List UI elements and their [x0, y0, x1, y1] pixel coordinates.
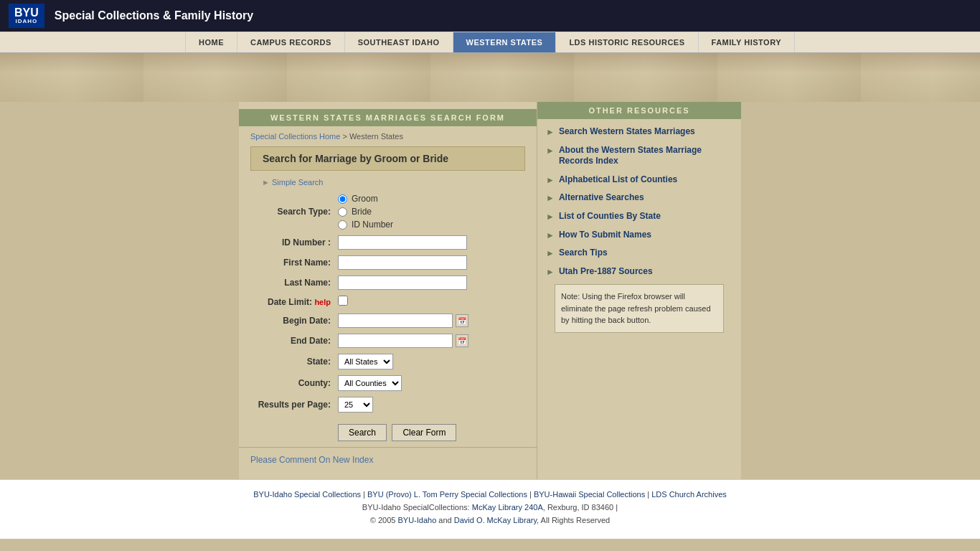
date-limit-checkbox[interactable]: [338, 296, 348, 306]
note-box: Note: Using the Firefox browser will eli…: [555, 284, 724, 333]
bride-radio[interactable]: [338, 207, 347, 217]
simple-search-link-wrap: Simple Search: [239, 178, 537, 194]
last-name-control: [338, 276, 531, 290]
begin-date-wrap: 📅: [338, 314, 531, 328]
site-header: BYU IDAHO Special Collections & Family H…: [0, 0, 980, 32]
resource-arrow-8: ►: [546, 267, 555, 277]
begin-date-label: Begin Date:: [245, 316, 338, 326]
nav-western-states[interactable]: WESTERN STATES: [453, 32, 557, 52]
resource-item-3: ► Alphabetical List of Counties: [546, 174, 732, 186]
footer-address-link[interactable]: McKay Library 240A: [472, 503, 543, 512]
county-control: All Counties: [338, 375, 531, 391]
byu-logo: BYU IDAHO: [9, 4, 44, 28]
other-resources: ► Search Western States Marriages ► Abou…: [537, 119, 741, 347]
breadcrumb-current: Western States: [349, 132, 403, 141]
state-row: State: All States: [239, 354, 537, 369]
breadcrumb: Special Collections Home > Western State…: [239, 126, 537, 146]
footer-link-byuidaho[interactable]: BYU-Idaho Special Collections: [253, 490, 361, 499]
date-limit-row: Date Limit: help: [239, 296, 537, 308]
county-select[interactable]: All Counties: [338, 375, 402, 391]
results-per-page-select[interactable]: 25 50 100: [338, 397, 373, 413]
footer: BYU-Idaho Special Collections | BYU (Pro…: [0, 479, 980, 539]
left-panel: WESTERN STATES MARRIAGES SEARCH FORM Spe…: [239, 102, 537, 479]
results-per-page-control: 25 50 100: [338, 397, 531, 413]
resource-item-8: ► Utah Pre-1887 Sources: [546, 266, 732, 278]
resource-link-search-marriages[interactable]: Search Western States Marriages: [559, 126, 695, 138]
breadcrumb-home-link[interactable]: Special Collections Home: [250, 132, 340, 141]
search-type-row: Search Type: Groom Bride ID: [239, 194, 537, 230]
state-select[interactable]: All States: [338, 354, 393, 369]
nav-lds-historic[interactable]: LDS HISTORIC RESOURCES: [556, 32, 698, 52]
results-per-page-label: Results per Page:: [245, 400, 338, 410]
search-button[interactable]: Search: [338, 424, 387, 441]
main-nav: HOME CAMPUS RECORDS SOUTHEAST IDAHO WEST…: [0, 32, 980, 53]
search-type-label: Search Type:: [245, 207, 338, 217]
end-date-row: End Date: 📅: [239, 334, 537, 348]
footer-copyright-mckay[interactable]: David O. McKay Library: [454, 516, 537, 524]
id-number-label: ID Number: [352, 220, 393, 230]
groom-radio-label[interactable]: Groom: [338, 194, 531, 204]
begin-date-control: 📅: [338, 314, 531, 328]
resource-link-utah[interactable]: Utah Pre-1887 Sources: [559, 266, 653, 278]
end-date-label: End Date:: [245, 336, 338, 346]
resource-link-how-to-submit[interactable]: How To Submit Names: [559, 230, 651, 241]
resource-item-6: ► How To Submit Names: [546, 230, 732, 241]
footer-links-line: BYU-Idaho Special Collections | BYU (Pro…: [10, 490, 970, 499]
id-radio[interactable]: [338, 220, 347, 230]
resource-link-about[interactable]: About the Western States Marriage Record…: [559, 145, 732, 167]
clear-form-button[interactable]: Clear Form: [392, 424, 456, 441]
right-section-header: OTHER RESOURCES: [537, 102, 741, 119]
comment-link[interactable]: Please Comment On New Index: [250, 455, 373, 465]
resource-link-alphabetical[interactable]: Alphabetical List of Counties: [559, 174, 677, 186]
first-name-control: [338, 255, 531, 270]
id-number-control: [338, 235, 531, 250]
end-date-input[interactable]: [338, 334, 453, 348]
id-radio-label[interactable]: ID Number: [338, 220, 531, 230]
footer-link-byuhawaii[interactable]: BYU-Hawaii Special Collections: [534, 490, 645, 499]
begin-date-calendar-icon[interactable]: 📅: [456, 314, 468, 327]
search-type-controls: Groom Bride ID Number: [338, 194, 531, 230]
resource-link-alternative[interactable]: Alternative Searches: [559, 192, 644, 204]
resource-arrow-6: ►: [546, 230, 555, 240]
bride-label: Bride: [352, 207, 372, 217]
state-label: State:: [245, 357, 338, 367]
groom-radio[interactable]: [338, 194, 347, 204]
groom-label: Groom: [352, 194, 378, 204]
resource-item-1: ► Search Western States Marriages: [546, 126, 732, 138]
resource-arrow-3: ►: [546, 175, 555, 185]
footer-copyright-byuidaho[interactable]: BYU-Idaho: [397, 516, 436, 524]
nav-home[interactable]: HOME: [185, 32, 237, 52]
resource-link-counties-by-state[interactable]: List of Counties By State: [559, 211, 661, 222]
simple-search-link[interactable]: Simple Search: [272, 178, 324, 187]
end-date-control: 📅: [338, 334, 531, 348]
last-name-label: Last Name:: [245, 278, 338, 288]
breadcrumb-separator: >: [342, 132, 349, 141]
footer-address-line: BYU-Idaho SpecialCollections: McKay Libr…: [10, 503, 970, 512]
resource-arrow-4: ►: [546, 193, 555, 203]
resource-item-4: ► Alternative Searches: [546, 192, 732, 204]
begin-date-input[interactable]: [338, 314, 453, 328]
resource-item-7: ► Search Tips: [546, 248, 732, 259]
left-section-header: WESTERN STATES MARRIAGES SEARCH FORM: [239, 109, 537, 126]
end-date-calendar-icon[interactable]: 📅: [456, 334, 468, 347]
resource-arrow-7: ►: [546, 248, 555, 258]
county-row: County: All Counties: [239, 375, 537, 391]
id-number-field-label: ID Number :: [245, 237, 338, 248]
last-name-row: Last Name:: [239, 276, 537, 290]
byu-text: BYU: [14, 6, 39, 19]
bride-radio-label[interactable]: Bride: [338, 207, 531, 217]
first-name-input[interactable]: [338, 255, 467, 270]
state-control: All States: [338, 354, 531, 369]
footer-link-byuprovo[interactable]: BYU (Provo) L. Tom Perry Special Collect…: [367, 490, 527, 499]
date-limit-help[interactable]: help: [314, 298, 331, 306]
resource-link-search-tips[interactable]: Search Tips: [559, 248, 608, 259]
last-name-input[interactable]: [338, 276, 467, 290]
id-number-input[interactable]: [338, 235, 467, 250]
resource-arrow-1: ►: [546, 127, 555, 137]
content-area: WESTERN STATES MARRIAGES SEARCH FORM Spe…: [239, 102, 741, 479]
footer-link-lds[interactable]: LDS Church Archives: [651, 490, 727, 499]
first-name-row: First Name:: [239, 255, 537, 270]
nav-campus-records[interactable]: CAMPUS RECORDS: [237, 32, 345, 52]
nav-family-history[interactable]: FAMILY HISTORY: [699, 32, 795, 52]
nav-southeast-idaho[interactable]: SOUTHEAST IDAHO: [345, 32, 453, 52]
